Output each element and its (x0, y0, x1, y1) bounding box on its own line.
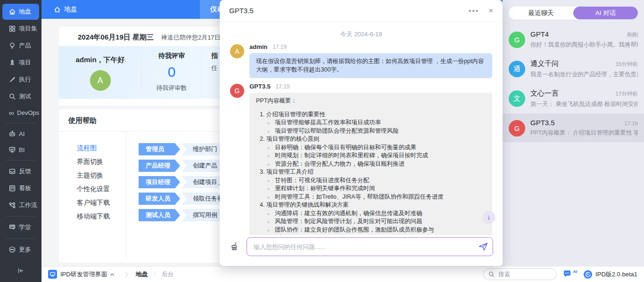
breadcrumb-separator-icon (125, 271, 128, 278)
sidebar-item-more[interactable]: 更多 (2, 242, 39, 258)
sidebar-item-workflow[interactable]: 工作流 (2, 197, 39, 213)
outline-line: 项目管理能够提高工作效率和项目成功率 (256, 119, 486, 127)
divider (155, 271, 155, 277)
message-meta: GPT3.5 17:19 (249, 83, 492, 90)
app-switcher[interactable]: IPD研发管理界面 (60, 270, 107, 279)
role-badge[interactable]: 测试人员 (139, 209, 180, 221)
chat-item-tongyi[interactable]: 通 通义千问 15分钟前 我是一名制造行业的产品经理，主要负责产品设... (503, 54, 644, 84)
gpt-chat-modal: GPT3.5 ••• × 今天 2024-6-19 A admin 17:19 … (220, 0, 503, 266)
greeting-text: admin，下午好 (59, 56, 141, 64)
sidebar-item-testing[interactable]: 测试 (2, 89, 39, 105)
user-message-bubble: 现在假设你是营销策划师，请根据我给你的主图：如何高效项目管理 ，生成一份ppt内… (249, 53, 492, 78)
send-icon[interactable] (478, 242, 488, 252)
chat-preview: 我是一名制造行业的产品经理，主要负责产品设... (530, 71, 638, 79)
home-icon (54, 6, 61, 13)
sidebar-item-feedback[interactable]: 反馈 (2, 163, 39, 179)
chat-time: 刚刚 (627, 32, 638, 39)
sidebar-item-bi[interactable]: BI (2, 142, 39, 157)
left-sidebar: 地盘 项目集 产品 项目 执行 测试 ∞ DevOps AI (0, 0, 41, 282)
breadcrumb-current[interactable]: 地盘 (136, 270, 148, 279)
pen-icon (8, 76, 16, 83)
current-date: 2024年06月19日 星期三 (78, 33, 154, 42)
tab-recent-chats[interactable]: 最近聊天 (509, 7, 573, 19)
search-icon (488, 271, 495, 277)
sidebar-item-devops[interactable]: ∞ DevOps (2, 105, 39, 120)
app-monitor-icon (48, 270, 57, 279)
chat-item-wenxin[interactable]: 文 文心一言 17分钟前 第一天： 乘坐飞机抵达成都 根据时间安排，可... (503, 84, 644, 113)
modal-title: GPT3.5 (229, 7, 469, 15)
outline-line: 2. 项目管理的核心原则 (256, 135, 486, 144)
user-message: A admin 17:19 现在假设你是营销策划师，请根据我给你的主图：如何高效… (230, 43, 492, 78)
stat-review: 待我评审 0 待我评审数 (142, 46, 201, 99)
close-icon[interactable]: × (488, 6, 493, 16)
sidebar-item-execution[interactable]: 执行 (2, 72, 39, 88)
chat-item-gpt35[interactable]: G GPT3.5 17:19 PPT内容概要： 介绍项目管理的重要性 项目管..… (503, 113, 644, 142)
avatar: G (230, 84, 244, 98)
chat-input[interactable] (247, 237, 493, 256)
search-input[interactable] (497, 271, 545, 278)
help-link-theme-switch[interactable]: 主题切换 (77, 171, 126, 180)
chat-list: G GPT4 刚刚 你好！我是你的周报小助手小周。我将帮助你轻... 通 通义千… (503, 25, 644, 142)
outline-line: PPT内容概要： (256, 97, 486, 105)
tab-ai-dialogue[interactable]: AI 对话 (573, 7, 638, 19)
sidebar-item-projects[interactable]: 项目 (2, 55, 39, 71)
help-link-flowchart[interactable]: 流程图 (77, 144, 126, 153)
infinity-icon: ∞ (8, 110, 14, 116)
avatar[interactable]: A (90, 70, 111, 91)
outline-line: 资源分配：合理分配人力物力，确保项目顺利推进 (256, 160, 486, 169)
divider (6, 238, 36, 239)
outline-line: 3. 项目管理工具介绍 (256, 168, 486, 177)
bot-message: G GPT3.5 17:19 PPT内容概要：1. 介绍项目管理的重要性项目管理… (230, 83, 492, 235)
message-time: 17:19 (272, 44, 287, 50)
kanban-icon (8, 185, 16, 192)
workflow-icon (8, 201, 16, 209)
stat-review-value[interactable]: 0 (142, 64, 201, 80)
outline-line: 目标明确：确保每个项目有明确的目标和可衡量的成果 (256, 144, 486, 152)
role-badge[interactable]: 管理员 (139, 143, 180, 155)
help-link-mobile-download[interactable]: 移动端下载 (77, 212, 126, 221)
message-time: 17:19 (275, 83, 289, 90)
scroll-to-bottom-button[interactable]: ↓ (483, 211, 495, 223)
help-link-ui-switch[interactable]: 界面切换 (77, 158, 126, 166)
breadcrumb-admin[interactable]: 后台 (162, 270, 174, 279)
sidebar-item-products[interactable]: 产品 (2, 38, 39, 54)
chat-time: 17:19 (624, 121, 638, 126)
bottom-bar: IPD研发管理界面 地盘 后台 AI IPD版2.0.beta1 (41, 266, 644, 282)
avatar: G (509, 32, 525, 48)
outline-line: 沟通障碍：建立有效的沟通机制，确保信息传递及时准确 (256, 209, 486, 218)
version-info[interactable]: IPD版2.0.beta1 (583, 270, 637, 279)
clear-chat-icon[interactable] (229, 242, 239, 252)
sidebar-item-home[interactable]: 地盘 (2, 4, 39, 20)
ai-assistant-icon[interactable]: AI (563, 270, 577, 279)
sidebar-item-school[interactable]: 学堂 (2, 219, 39, 235)
sidebar-collapse-button[interactable] (0, 261, 41, 282)
divider (6, 216, 36, 217)
avatar: G (509, 120, 525, 137)
ai-chat-panel: 最近聊天 AI 对话 G GPT4 刚刚 你好！我是你的周报小助手小周。我将帮助… (503, 0, 644, 266)
ai-badge: AI (573, 269, 577, 274)
role-badge[interactable]: 研发人员 (139, 193, 180, 205)
outline-line: 甘特图：可视化项目进度和任务分配 (256, 177, 486, 185)
collapse-icon (17, 267, 25, 274)
chat-item-gpt4[interactable]: G GPT4 刚刚 你好！我是你的周报小助手小周。我将帮助你轻... (503, 25, 644, 54)
chevron-up-icon[interactable] (110, 273, 115, 276)
sidebar-item-ai[interactable]: AI (2, 126, 39, 141)
sidebar-item-project-sets[interactable]: 项目集 (2, 21, 39, 37)
chart-board-icon (8, 146, 16, 153)
more-icon (8, 246, 16, 253)
bulb-icon (8, 42, 16, 49)
message-area[interactable]: 今天 2024-6-19 A admin 17:19 现在假设你是营销策划师，请… (220, 22, 503, 235)
help-link-personalize[interactable]: 个性化设置 (77, 185, 126, 193)
bot-message-bubble: PPT内容概要：1. 介绍项目管理的重要性项目管理能够提高工作效率和项目成功率项… (249, 93, 492, 235)
search-box[interactable] (483, 268, 557, 280)
role-badge[interactable]: 产品经理 (139, 160, 180, 172)
more-options-icon[interactable]: ••• (469, 8, 479, 13)
sidebar-item-kanban[interactable]: 看板 (2, 180, 39, 196)
chat-name: GPT4 (530, 30, 549, 38)
outline-line: 团队协作：建立良好的团队合作氛围，激励团队成员积极参与 (256, 226, 486, 234)
help-link-desktop-download[interactable]: 客户端下载 (77, 199, 126, 207)
modal-header: GPT3.5 ••• × (220, 0, 503, 22)
role-badge[interactable]: 项目经理 (139, 176, 180, 188)
chat-preview: 你好！我是你的周报小助手小周。我将帮助你轻... (530, 41, 638, 49)
chat-name: GPT3.5 (530, 119, 555, 127)
